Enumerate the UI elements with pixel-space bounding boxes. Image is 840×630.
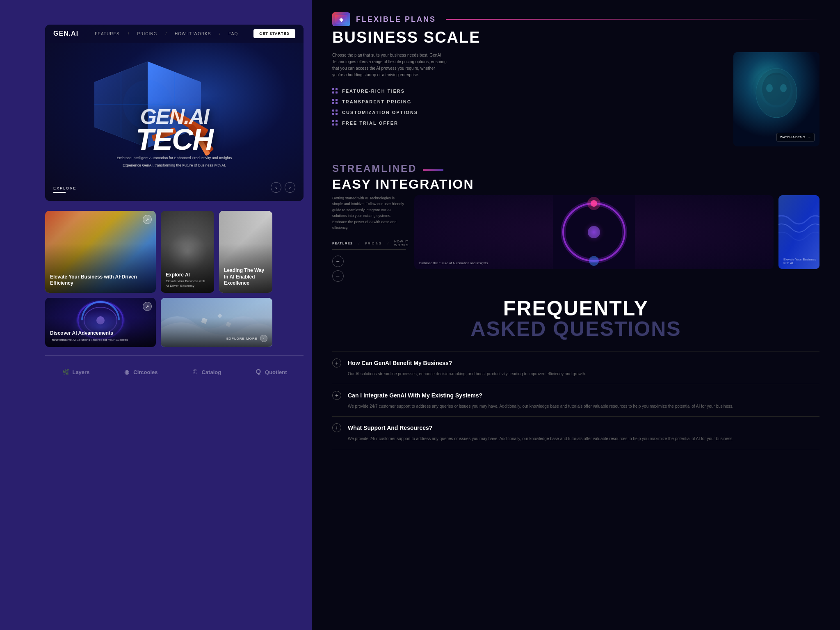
hero-main-title: GEN.AI TECH — [53, 107, 295, 153]
feature-dot-icon — [332, 120, 338, 126]
integration-card-1[interactable]: Elevate Your Business with AI... — [778, 195, 819, 269]
nav-link-pricing[interactable]: PRICING — [137, 32, 158, 36]
nav-link-how[interactable]: HOW IT WORKS — [175, 32, 211, 36]
plans-header: ◈ FLEXIBLE PLANS — [332, 12, 819, 26]
card-leading[interactable]: Leading The Way In AI Enabled Excellence — [219, 211, 272, 293]
catalog-icon: © — [191, 368, 199, 376]
faq-item-0: + How Can GenAI Benefit My Business? Our… — [332, 352, 819, 384]
svg-point-32 — [588, 226, 600, 238]
hero-title-line1: GEN.AI — [53, 107, 295, 126]
card-explore-desc: Elevate Your Business with AI-Driven Eff… — [166, 279, 209, 288]
hero-explore-label[interactable]: EXPLORE — [53, 186, 77, 193]
partner-catalog: © Catalog — [191, 368, 221, 376]
hero-subtitle-2: Experience GenAI, transforming the Futur… — [53, 163, 295, 168]
mini-nav-features[interactable]: FEATURES — [332, 242, 353, 245]
plans-text-col: Choose the plan that suits your business… — [332, 52, 721, 146]
partner-quotient-name: Quotient — [265, 369, 287, 375]
nav-sep-2: / — [165, 32, 167, 36]
partner-logos-bar: 🌿 Layers ◉ Circooles © Catalog Q Quotien… — [45, 355, 304, 388]
feature-label-3: FREE TRIAL OFFER — [342, 121, 398, 126]
integration-next-button[interactable]: → — [332, 256, 344, 267]
faq-expand-icon-0[interactable]: + — [332, 358, 341, 368]
partner-circooles: ◉ Circooles — [123, 368, 158, 376]
card-leading-content: Leading The Way In AI Enabled Excellence — [224, 267, 267, 288]
integration-text-col: Getting started with AI Technologies is … — [332, 195, 406, 282]
layers-icon: 🌿 — [62, 368, 70, 376]
feature-dot-icon — [332, 88, 338, 94]
get-started-button[interactable]: GET STARTED — [253, 29, 295, 38]
partner-catalog-name: Catalog — [201, 369, 221, 375]
card-discover-desc: Transformative AI Solutions Tailored for… — [50, 338, 151, 342]
mini-nav-pricing[interactable]: PRICING — [365, 242, 381, 245]
integration-prev-button[interactable]: ← — [332, 270, 344, 282]
card-discover-title: Discover AI Advancements — [50, 330, 151, 337]
plans-label: FLEXIBLE PLANS — [356, 15, 436, 24]
explore-more-label[interactable]: EXPLORE MORE › — [226, 335, 267, 342]
faq-title-top: FREQUENTLY — [332, 298, 819, 319]
ring-glow-bg — [414, 195, 774, 269]
integration-card-0[interactable]: Embrace the Future of Automation and Ins… — [414, 195, 774, 269]
explore-more-text: EXPLORE MORE — [226, 337, 258, 340]
plans-feature-list: FEATURE-RICH TIERS TRANSPARENT PRICING C… — [332, 88, 721, 126]
card-discover-arrow[interactable]: ↗ — [143, 302, 152, 311]
mini-nav-how[interactable]: HOW IT WORKS — [394, 240, 409, 247]
partner-layers-name: Layers — [72, 369, 89, 375]
plans-description: Choose the plan that suits your business… — [332, 52, 447, 78]
faq-question-row-0[interactable]: + How Can GenAI Benefit My Business? — [332, 358, 819, 368]
feature-item-3: FREE TRIAL OFFER — [332, 120, 721, 126]
svg-point-27 — [752, 66, 801, 116]
partner-layers: 🌿 Layers — [62, 368, 89, 376]
right-panel: ◈ FLEXIBLE PLANS BUSINESS SCALE Choose t… — [312, 0, 840, 630]
partner-quotient: Q Quotient — [254, 368, 287, 376]
partner-circooles-name: Circooles — [133, 369, 158, 375]
feature-dot-icon — [332, 110, 338, 115]
nav-link-faq[interactable]: FAQ — [228, 32, 238, 36]
card-elevate[interactable]: ↗ Elevate Your Business with AI-Driven E… — [45, 211, 156, 293]
hero-subtitle-1: Embrace Intelligent Automation for Enhan… — [53, 155, 295, 161]
card-discover[interactable]: ↗ Discover AI Advancements Transformativ… — [45, 298, 156, 347]
watch-demo-button[interactable]: WATCH A DEMO → — [776, 133, 815, 142]
site-logo: GEN.AI — [53, 30, 78, 37]
faq-question-row-1[interactable]: + Can I Integrate GenAI With My Existing… — [332, 391, 819, 400]
integration-card-label-1: Elevate Your Business with AI... — [783, 258, 819, 265]
circooles-icon: ◉ — [123, 368, 131, 376]
plans-section: ◈ FLEXIBLE PLANS BUSINESS SCALE Choose t… — [332, 12, 819, 146]
faq-question-row-2[interactable]: + What Support And Resources? — [332, 423, 819, 432]
integration-section: STREAMLINED EASY INTEGRATION Getting sta… — [332, 163, 819, 282]
hero-carousel-controls: ‹ › — [271, 182, 295, 193]
card-explore-ai[interactable]: Explore AI Elevate Your Business with AI… — [161, 211, 214, 293]
feature-item-2: CUSTOMIZATION OPTIONS — [332, 110, 721, 115]
faq-answer-1: We provide 24/7 customer support to addr… — [332, 403, 819, 410]
integration-mini-nav: FEATURES / PRICING / HOW IT WORKS / FAQ — [332, 237, 406, 250]
faq-question-1: Can I Integrate GenAI With My Existing S… — [348, 392, 482, 399]
faq-answer-0: Our AI solutions streamline processes, e… — [332, 371, 819, 377]
integration-nav-arrows: → ← — [332, 256, 406, 282]
card-arrow-icon[interactable]: ↗ — [143, 215, 152, 224]
hero-title-area: GEN.AI TECH Embrace Intelligent Automati… — [53, 107, 295, 168]
svg-point-34 — [587, 197, 600, 210]
integration-label: STREAMLINED — [332, 163, 417, 174]
hero-card: GEN.AI FEATURES / PRICING / HOW IT WORKS… — [45, 25, 304, 201]
feature-label-0: FEATURE-RICH TIERS — [342, 89, 405, 94]
card-explore-content: Explore AI Elevate Your Business with AI… — [166, 272, 209, 288]
hero-next-button[interactable]: › — [285, 182, 295, 193]
card-explore-more[interactable]: EXPLORE MORE › — [161, 298, 272, 347]
integration-card-label-0: Embrace the Future of Automation and Ins… — [419, 261, 488, 265]
plans-badge-icon: ◈ — [332, 12, 350, 26]
feature-dot-icon — [332, 99, 338, 105]
watch-demo-label: WATCH A DEMO — [780, 135, 805, 139]
hero-navbar: GEN.AI FEATURES / PRICING / HOW IT WORKS… — [45, 25, 304, 43]
hero-prev-button[interactable]: ‹ — [271, 182, 281, 193]
integration-header: STREAMLINED — [332, 163, 819, 174]
faq-expand-icon-2[interactable]: + — [332, 423, 341, 432]
hero-title-line2: TECH — [53, 126, 295, 153]
faq-item-2: + What Support And Resources? We provide… — [332, 416, 819, 449]
faq-answer-2: We provide 24/7 customer support to addr… — [332, 436, 819, 442]
nav-sep-3: / — [219, 32, 220, 36]
nav-link-features[interactable]: FEATURES — [95, 32, 120, 36]
explore-more-arrow[interactable]: › — [260, 335, 267, 342]
faq-expand-icon-1[interactable]: + — [332, 391, 341, 400]
integration-description: Getting started with AI Technologies is … — [332, 195, 406, 231]
plans-title: BUSINESS SCALE — [332, 29, 819, 46]
svg-point-35 — [589, 256, 599, 266]
